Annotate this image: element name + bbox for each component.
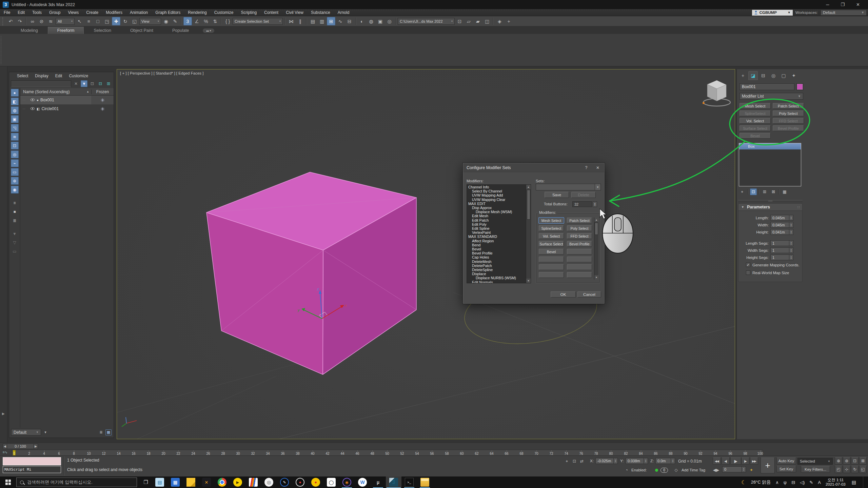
scrollbar-thumb[interactable] <box>595 223 598 235</box>
expand-hierarchy-icon[interactable]: ⊞ <box>105 80 112 87</box>
maxscript-mini-listener[interactable] <box>3 457 61 465</box>
ribbon-tab-selection[interactable]: Selection <box>84 27 120 34</box>
modifier-set-button-splineselect[interactable]: SplineSelect <box>739 110 771 116</box>
snaps-toggle-3d-icon[interactable]: 3 <box>183 17 192 25</box>
scrollbar-thumb[interactable] <box>527 190 530 220</box>
dialog-modifier-button-empty[interactable] <box>567 272 592 278</box>
container-outline-icon[interactable]: ▭ <box>11 247 19 255</box>
maximize-button[interactable]: ❐ <box>841 2 845 7</box>
viewcube[interactable] <box>703 80 730 106</box>
show-desktop-button[interactable] <box>863 476 865 488</box>
frozen-icon[interactable] <box>91 96 114 104</box>
menu-item-tools[interactable]: Tools <box>28 9 45 16</box>
modifier-set-button-poly-select[interactable]: Poly Select <box>773 110 804 116</box>
close-button[interactable]: ✕ <box>856 2 860 7</box>
menu-item-group[interactable]: Group <box>45 9 64 16</box>
reference-coordinate-system-dropdown[interactable]: View▾ <box>139 18 161 25</box>
modifier-list-item-disp-approx[interactable]: Disp Approx <box>467 206 526 210</box>
project-folder-dropdown[interactable]: C:\Users\JI...ds Max 2022▾ <box>398 18 455 25</box>
param-field-width[interactable]: 0.045m▴▾ <box>770 222 793 228</box>
pin-stack-icon[interactable]: ⌖ <box>739 188 746 195</box>
total-buttons-field[interactable]: 32 <box>572 201 592 207</box>
user-account-dropdown[interactable]: CGBUMP ▼ <box>752 10 793 16</box>
frozen-icon[interactable] <box>91 104 114 113</box>
visibility-eye-icon[interactable] <box>30 106 35 111</box>
explorer-preset-dropdown[interactable]: Default ▼ <box>11 429 41 435</box>
explorer-list-mode-icon[interactable]: ≣ <box>98 429 104 435</box>
listbox-scrollbar[interactable]: ▲ ▼ <box>526 185 531 283</box>
select-object-icon[interactable]: ↖ <box>75 17 84 25</box>
tab-utilities[interactable]: ✦ <box>789 71 798 80</box>
taskbar-app-file-explorer[interactable] <box>417 476 433 488</box>
go-to-end-icon[interactable]: ▶▶ <box>750 458 758 465</box>
dialog-close-button[interactable]: ✕ <box>595 165 601 170</box>
dialog-titlebar[interactable]: Configure Modifier Sets ? ✕ <box>463 163 604 172</box>
perspective-viewport[interactable]: [ + ] [ Perspective ] [ Standard* ] [ Ed… <box>117 69 735 439</box>
modifier-list-item-channel-info[interactable]: Channel Info <box>467 185 526 189</box>
modifier-list-item-cap-holes[interactable]: Cap Holes <box>467 255 526 259</box>
edit-named-selection-sets-icon[interactable]: { } <box>223 17 232 25</box>
minimize-button[interactable]: ─ <box>826 2 829 7</box>
save-button[interactable]: Save <box>545 192 569 198</box>
percent-snap-toggle-icon[interactable]: % <box>202 17 210 25</box>
taskbar-app-3ds-max[interactable]: 3 <box>386 476 401 488</box>
all-modifiers-listbox[interactable]: Channel InfoSelect By ChannelUVW Mapping… <box>467 184 531 283</box>
explorer-row-box001[interactable]: ⋯●Box001 <box>20 96 114 104</box>
select-and-manipulate-icon[interactable]: ✎ <box>171 17 179 25</box>
tab-display[interactable]: ▢ <box>779 71 788 80</box>
key-mode-dropdown[interactable]: Selected ▼ <box>797 458 833 465</box>
ribbon-grip[interactable] <box>1 36 2 64</box>
ribbon-collapse-button[interactable]: ▬ ▾ <box>203 28 214 33</box>
parameters-rollout-header[interactable]: ▼ Parameters ∷ <box>738 204 802 211</box>
taskbar-app-oval-app[interactable]: ◯ <box>323 476 339 488</box>
menu-item-rendering[interactable]: Rendering <box>184 9 210 16</box>
explorer-row-circle001[interactable]: ⋯◧Circle001 <box>20 104 114 113</box>
previous-frame-icon[interactable]: ◀| <box>722 458 730 465</box>
spinner-icon[interactable]: ▴▾ <box>789 255 793 260</box>
menu-item-animation[interactable]: Animation <box>126 9 152 16</box>
auto-key-button[interactable]: Auto Key <box>776 458 796 464</box>
total-buttons-spinner[interactable]: ▲▼ <box>593 201 597 207</box>
toolbar-grip[interactable] <box>2 17 5 25</box>
timeline-ruler[interactable]: 0246810121416182022242628303234363840424… <box>12 450 763 456</box>
spinner-icon[interactable]: ▴▾ <box>789 248 793 253</box>
taskbar-app-magnifier-tool[interactable]: ◎ <box>261 476 277 488</box>
save-plus-icon[interactable]: ◫ <box>483 17 491 25</box>
explorer-menu-select[interactable]: Select <box>14 73 31 79</box>
dialog-modifier-button-bevel[interactable]: Bevel <box>539 249 564 255</box>
next-frame-button[interactable]: ▶ <box>34 444 38 449</box>
menu-item-modifiers[interactable]: Modifiers <box>102 9 126 16</box>
set-keys-button[interactable]: + <box>761 458 775 473</box>
start-button[interactable] <box>0 476 16 488</box>
set-key-button[interactable]: Set Key <box>776 466 796 472</box>
undo-icon[interactable]: ↶ <box>6 17 15 25</box>
dialog-modifier-button-patch-select[interactable]: Patch Select <box>567 218 592 223</box>
spinner-icon[interactable]: ▴▾ <box>742 467 746 472</box>
toggle-layer-explorer-icon[interactable]: ▤ <box>309 17 317 25</box>
box001-object[interactable] <box>206 172 416 374</box>
modifier-list-item-max-edit[interactable]: MAX EDIT <box>467 202 526 206</box>
preset-options-icon[interactable]: ▾ <box>42 429 48 435</box>
lock-explorer-icon[interactable]: ⊡ <box>89 80 96 87</box>
workspace-dropdown[interactable]: Default ▼ <box>821 10 867 16</box>
pen-input-icon[interactable]: ✎ <box>809 480 813 485</box>
select-and-rotate-icon[interactable]: ↻ <box>121 17 130 25</box>
modifier-list-item-displace-nurbs-wsm[interactable]: Displace NURBS (WSM) <box>467 276 526 280</box>
y-coordinate-field[interactable]: 0.038m▴▾ <box>626 458 648 464</box>
key-step-icon[interactable]: ◀▶ <box>713 467 719 473</box>
tab-motion[interactable]: ◎ <box>769 71 778 80</box>
cancel-button[interactable]: Cancel <box>577 291 601 298</box>
play-icon[interactable]: ▶ <box>730 458 741 465</box>
display-containers-icon[interactable]: ▭ <box>11 168 19 176</box>
modifier-set-button-vol-select[interactable]: Vol. Select <box>739 118 771 124</box>
isolate-selection-icon[interactable]: ◈ <box>495 17 504 25</box>
remove-modifier-icon[interactable]: ⊠ <box>770 188 777 195</box>
modifier-list-item-select-by-channel[interactable]: Select By Channel <box>467 189 526 193</box>
spinner-icon[interactable]: ▴▾ <box>789 229 793 235</box>
display-bones-icon[interactable]: ⌁ <box>11 159 19 167</box>
checkbox-generate-mapping-coords[interactable]: ✓ <box>746 263 750 267</box>
zoom-extents-all-icon[interactable]: ⊠ <box>859 457 867 465</box>
display-all-icon[interactable]: ■ <box>11 208 19 216</box>
search-filter-icon[interactable]: ▼ <box>81 80 87 87</box>
dialog-modifier-button-splineselect[interactable]: SplineSelect <box>539 225 564 231</box>
